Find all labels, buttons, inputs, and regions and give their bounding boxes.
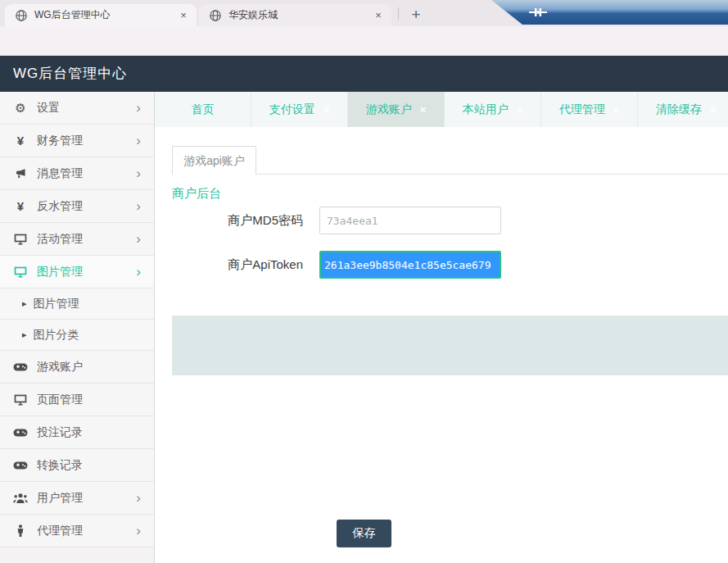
chevron-right-icon: › — [136, 491, 141, 505]
sidebar-item-agents[interactable]: 代理管理 › — [0, 515, 154, 547]
sidebar-item-images[interactable]: 图片管理 › — [0, 256, 154, 288]
content-tab-clear-cache[interactable]: 清除缓存 × — [638, 92, 728, 127]
content-tab-home[interactable]: 首页 — [155, 92, 251, 127]
content-tab-label: 本站用户 — [463, 102, 509, 117]
gamepad-icon — [11, 458, 29, 473]
users-icon — [11, 491, 29, 506]
tab-close-icon[interactable]: × — [613, 103, 620, 116]
sidebar-item-label: 代理管理 — [37, 524, 136, 538]
gamepad-icon — [11, 360, 29, 375]
chevron-right-icon: › — [136, 134, 141, 148]
monitor-icon — [11, 232, 29, 247]
sidebar-item-pages[interactable]: 页面管理 — [0, 384, 154, 416]
chevron-right-icon: › — [136, 524, 141, 538]
content-tab-site-users[interactable]: 本站用户 × — [445, 92, 541, 127]
token-input[interactable] — [319, 251, 501, 279]
megaphone-icon — [11, 166, 29, 181]
tab-close-icon[interactable]: × — [420, 103, 427, 116]
md5-label: 商户MD5密码 — [172, 207, 303, 234]
chevron-right-icon: › — [136, 101, 141, 115]
content-tab-payment[interactable]: 支付设置 × — [251, 92, 348, 127]
sidebar-item-label: 游戏账户 — [37, 360, 154, 375]
sidebar-item-label: 投注记录 — [37, 425, 154, 440]
gears-icon: ⚙ — [11, 101, 29, 116]
person-icon — [11, 524, 29, 538]
sidebar-item-rebate[interactable]: ¥ 反水管理 › — [0, 190, 154, 223]
sidebar-item-label: 反水管理 — [37, 199, 136, 214]
sidebar-item-label: 设置 — [37, 101, 136, 116]
chevron-right-icon: › — [136, 199, 141, 213]
sidebar-subitem-image-manage[interactable]: ▸ 图片管理 — [0, 288, 154, 320]
yen-icon: ¥ — [11, 134, 29, 148]
chevron-right-icon: › — [136, 232, 141, 246]
browser-tabstrip: WG后台管理中心 × 华安娱乐城 × + — [0, 0, 728, 26]
sidebar-item-label: 财务管理 — [37, 134, 136, 148]
browser-tab-site[interactable]: 华安娱乐城 × — [199, 4, 391, 26]
browser-toolbar: 127.0.0.3/index.php?g=admin&m=index&a=in… — [0, 26, 728, 56]
sidebar-subitem-label: 图片分类 — [34, 328, 79, 343]
sidebar-item-bet-records[interactable]: 投注记录 — [0, 416, 154, 449]
sidebar-item-messages[interactable]: 消息管理 › — [0, 157, 154, 190]
globe-icon — [209, 9, 222, 22]
chevron-right-icon: › — [136, 166, 141, 180]
sidebar-item-label: 转换记录 — [37, 458, 154, 473]
tab-close-icon[interactable]: × — [517, 103, 523, 116]
monitor-icon — [11, 265, 29, 279]
content-tab-agents[interactable]: 代理管理 × — [541, 92, 638, 127]
content-tabbar: 首页 支付设置 × 游戏账户 × 本站用户 × 代理管理 × 清除缓存 × — [155, 92, 728, 127]
save-button[interactable]: 保存 — [337, 520, 391, 547]
app-window: WG后台管理中心 × 华安娱乐城 × + — [0, 0, 728, 563]
sidebar-subitem-image-category[interactable]: ▸ 图片分类 — [0, 320, 154, 351]
sidebar-item-label: 活动管理 — [37, 232, 136, 247]
chevron-right-icon: › — [136, 265, 141, 279]
tab-close-icon[interactable]: × — [323, 103, 330, 116]
gamepad-icon — [11, 425, 29, 440]
caret-right-icon: ▸ — [22, 329, 27, 340]
pin-icon — [529, 7, 547, 18]
save-bar: 保存 — [172, 316, 728, 375]
browser-tab-title: 华安娱乐城 — [228, 8, 372, 22]
content-panel: 游戏api账户 商户后台 商户MD5密码 商户ApiToken 保存 — [155, 127, 728, 563]
sidebar-item-users[interactable]: 用户管理 › — [0, 482, 154, 515]
sidebar-item-label: 图片管理 — [37, 265, 136, 279]
window-title-wedge — [491, 0, 728, 25]
content-tab-label: 游戏账户 — [366, 102, 412, 117]
token-label: 商户ApiToken — [172, 251, 303, 279]
content-tab-label: 支付设置 — [269, 102, 315, 117]
sidebar-item-activities[interactable]: 活动管理 › — [0, 223, 154, 256]
yen-icon: ¥ — [11, 199, 29, 214]
tab-separator — [398, 7, 399, 20]
tab-close-icon[interactable]: × — [177, 9, 190, 22]
sidebar-item-label: 用户管理 — [37, 491, 136, 506]
browser-tab-admin[interactable]: WG后台管理中心 × — [5, 4, 197, 26]
tab-close-icon[interactable]: × — [372, 9, 385, 22]
caret-right-icon: ▸ — [22, 298, 27, 309]
app-title: WG后台管理中心 — [13, 56, 127, 92]
tab-close-icon[interactable]: × — [710, 103, 717, 116]
sidebar-item-finance[interactable]: ¥ 财务管理 › — [0, 125, 154, 157]
content-tab-label: 首页 — [192, 102, 215, 117]
browser-tab-title: WG后台管理中心 — [34, 8, 177, 22]
merchant-backend-link[interactable]: 商户后台 — [172, 186, 221, 202]
sidebar-item-label: 消息管理 — [37, 166, 136, 181]
monitor-icon — [11, 393, 29, 407]
content-tab-game-accounts[interactable]: 游戏账户 × — [348, 92, 445, 127]
md5-input[interactable] — [319, 207, 501, 234]
sidebar-item-conversion-records[interactable]: 转换记录 — [0, 449, 154, 482]
sidebar-item-settings[interactable]: ⚙ 设置 › — [0, 92, 154, 125]
new-tab-button[interactable]: + — [405, 4, 427, 25]
content-tab-label: 代理管理 — [559, 102, 605, 117]
sidebar-item-game-accounts[interactable]: 游戏账户 — [0, 351, 154, 384]
sidebar-item-label: 页面管理 — [37, 393, 154, 407]
sidebar-subitem-label: 图片管理 — [34, 297, 79, 311]
inner-tab-game-api-account[interactable]: 游戏api账户 — [172, 146, 256, 175]
globe-icon — [15, 9, 28, 22]
sidebar: ⚙ 设置 › ¥ 财务管理 › 消息管理 › ¥ 反水管理 › 活动管理 › — [0, 92, 155, 563]
admin-header: WG后台管理中心 — [0, 56, 728, 92]
sidebar-filler — [0, 547, 154, 563]
content-tab-label: 清除缓存 — [656, 102, 702, 117]
